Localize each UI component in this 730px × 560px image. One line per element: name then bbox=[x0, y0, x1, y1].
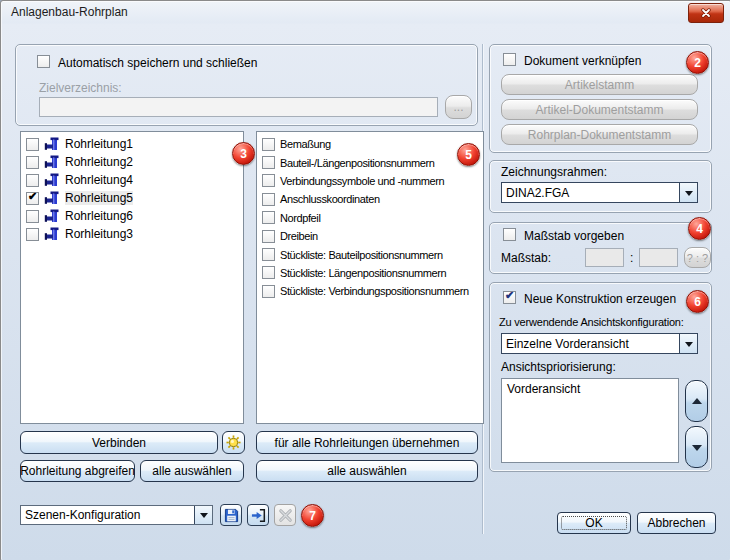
pipe-list-item[interactable]: Rohrleitung6 bbox=[21, 207, 243, 225]
option-item[interactable]: Dreibein bbox=[257, 227, 483, 245]
dialog-window: Anlagenbau-Rohrplan Automatisch speicher… bbox=[0, 0, 730, 560]
chevron-down-icon bbox=[685, 342, 693, 351]
drawing-frame-select[interactable]: DINA2.FGA bbox=[501, 182, 698, 203]
priority-down-button[interactable] bbox=[685, 426, 708, 468]
option-checkbox[interactable] bbox=[262, 285, 275, 298]
pipe-list-item[interactable]: Rohrleitung1 bbox=[21, 135, 243, 153]
option-label: Bemaßung bbox=[280, 138, 331, 150]
option-checkbox[interactable] bbox=[262, 156, 275, 169]
pipe-checkbox[interactable] bbox=[26, 138, 39, 151]
option-item[interactable]: Bauteil-/Längenpositionsnummern bbox=[257, 153, 483, 171]
scene-config-dropdown-button[interactable] bbox=[194, 506, 212, 524]
pipe-label: Rohrleitung6 bbox=[65, 209, 133, 223]
view-priority-item[interactable]: Vorderansicht bbox=[507, 382, 678, 396]
arrow-down-icon bbox=[692, 445, 702, 456]
new-construction-label: Neue Konstruktion erzeugen bbox=[524, 292, 676, 306]
option-label: Stückliste: Bauteilpositionsnummern bbox=[280, 249, 443, 261]
option-checkbox[interactable] bbox=[262, 193, 275, 206]
badge-2: 2 bbox=[686, 51, 709, 74]
option-item[interactable]: Stückliste: Bauteilpositionsnummern bbox=[257, 245, 483, 263]
pipe-pick-button[interactable]: Rohrleitung abgreifen bbox=[20, 460, 135, 482]
priority-up-button[interactable] bbox=[685, 380, 708, 422]
auto-save-checkbox[interactable] bbox=[37, 55, 50, 68]
sun-icon bbox=[226, 435, 241, 450]
close-icon bbox=[701, 8, 711, 18]
pipe-icon bbox=[44, 136, 60, 152]
pipe-icon bbox=[44, 172, 60, 188]
option-label: Verbindungssymbole und -nummern bbox=[280, 175, 444, 187]
scene-config-select[interactable]: Szenen-Konfiguration bbox=[20, 505, 213, 525]
view-config-dropdown-button[interactable] bbox=[679, 334, 697, 353]
load-scene-button[interactable] bbox=[247, 504, 269, 526]
option-label: Dreibein bbox=[280, 230, 318, 242]
close-button[interactable] bbox=[688, 3, 724, 23]
option-checkbox[interactable] bbox=[262, 138, 275, 151]
scale-denominator-input bbox=[639, 248, 678, 267]
option-item[interactable]: Nordpfeil bbox=[257, 209, 483, 227]
option-checkbox[interactable] bbox=[262, 248, 275, 261]
pipe-checkbox[interactable] bbox=[26, 156, 39, 169]
scale-separator: : bbox=[630, 251, 633, 265]
option-item[interactable]: Stückliste: Verbindungspositionsnummern bbox=[257, 282, 483, 300]
new-construction-checkbox[interactable] bbox=[503, 291, 516, 304]
pipe-checkbox[interactable] bbox=[26, 174, 39, 187]
scene-config-value: Szenen-Konfiguration bbox=[21, 506, 194, 524]
pipe-label: Rohrleitung2 bbox=[65, 155, 133, 169]
apply-all-pipes-button[interactable]: für alle Rohrleitungen übernehmen bbox=[256, 431, 478, 454]
badge-6: 6 bbox=[686, 290, 709, 313]
view-config-select[interactable]: Einzelne Vorderansicht bbox=[501, 333, 698, 354]
scale-checkbox[interactable] bbox=[503, 228, 516, 241]
floppy-disk-icon bbox=[224, 508, 239, 523]
view-priority-label: Ansichtspriorisierung: bbox=[501, 360, 616, 374]
document-link-checkbox[interactable] bbox=[503, 53, 516, 66]
badge-3: 3 bbox=[232, 142, 255, 165]
browse-button: ... bbox=[445, 95, 472, 119]
option-checkbox[interactable] bbox=[262, 230, 275, 243]
drawing-frame-dropdown-button[interactable] bbox=[679, 183, 697, 202]
window-title: Anlagenbau-Rohrplan bbox=[11, 5, 128, 19]
cancel-button[interactable]: Abbrechen bbox=[637, 512, 716, 534]
drawing-frame-label: Zeichnungsrahmen: bbox=[501, 165, 607, 179]
pipe-list-item[interactable]: Rorhleitung3 bbox=[21, 225, 243, 243]
select-all-pipes-button[interactable]: alle auswählen bbox=[140, 460, 244, 482]
badge-7: 7 bbox=[301, 504, 324, 527]
option-item[interactable]: Stückliste: Längenpositionsnummern bbox=[257, 264, 483, 282]
pipe-list[interactable]: Rohrleitung1 Rohrleitung2 Rohrleitung4 R… bbox=[20, 131, 244, 424]
pipe-icon bbox=[44, 208, 60, 224]
ok-button[interactable]: OK bbox=[557, 512, 631, 534]
option-checkbox[interactable] bbox=[262, 266, 275, 279]
options-list[interactable]: Bemaßung Bauteil-/Längenpositionsnummern… bbox=[256, 131, 484, 424]
verbinden-button[interactable]: Verbinden bbox=[20, 431, 218, 454]
pipe-checkbox[interactable] bbox=[26, 210, 39, 223]
pipe-checkbox[interactable] bbox=[26, 228, 39, 241]
chevron-down-icon bbox=[685, 191, 693, 200]
badge-4: 4 bbox=[688, 217, 711, 240]
delete-x-icon bbox=[278, 508, 293, 523]
drawing-frame-value: DINA2.FGA bbox=[502, 183, 679, 202]
document-link-label: Dokument verknüpfen bbox=[524, 54, 641, 68]
pipe-checkbox[interactable] bbox=[26, 192, 39, 205]
pipe-list-item[interactable]: Rohrleitung4 bbox=[21, 171, 243, 189]
option-label: Stückliste: Längenpositionsnummern bbox=[280, 267, 446, 279]
badge-5: 5 bbox=[457, 143, 480, 166]
title-bar[interactable]: Anlagenbau-Rohrplan bbox=[1, 1, 730, 23]
view-priority-list[interactable]: Vorderansicht bbox=[501, 378, 679, 463]
pipe-list-item[interactable]: Rohrleitung2 bbox=[21, 153, 243, 171]
option-item[interactable]: Verbindungssymbole und -nummern bbox=[257, 172, 483, 190]
import-arrow-icon bbox=[251, 508, 266, 523]
select-all-options-button[interactable]: alle auswählen bbox=[256, 460, 478, 482]
save-scene-button[interactable] bbox=[220, 504, 242, 526]
option-checkbox[interactable] bbox=[262, 174, 275, 187]
scale-checkbox-label: Maßstab vorgeben bbox=[524, 229, 624, 243]
scale-ratio-button: ? : ? bbox=[684, 247, 711, 268]
pipe-label: Rohrleitung5 bbox=[65, 191, 133, 205]
option-checkbox[interactable] bbox=[262, 211, 275, 224]
connect-options-button[interactable] bbox=[222, 431, 245, 454]
option-item[interactable]: Bemaßung bbox=[257, 135, 483, 153]
arrow-up-icon bbox=[692, 393, 702, 404]
pipe-list-item[interactable]: Rohrleitung5 bbox=[21, 189, 243, 207]
option-item[interactable]: Anschlusskoordinaten bbox=[257, 190, 483, 208]
option-label: Anschlusskoordinaten bbox=[280, 193, 380, 205]
pipe-label: Rohrleitung4 bbox=[65, 173, 133, 187]
view-config-value: Einzelne Vorderansicht bbox=[502, 334, 679, 353]
